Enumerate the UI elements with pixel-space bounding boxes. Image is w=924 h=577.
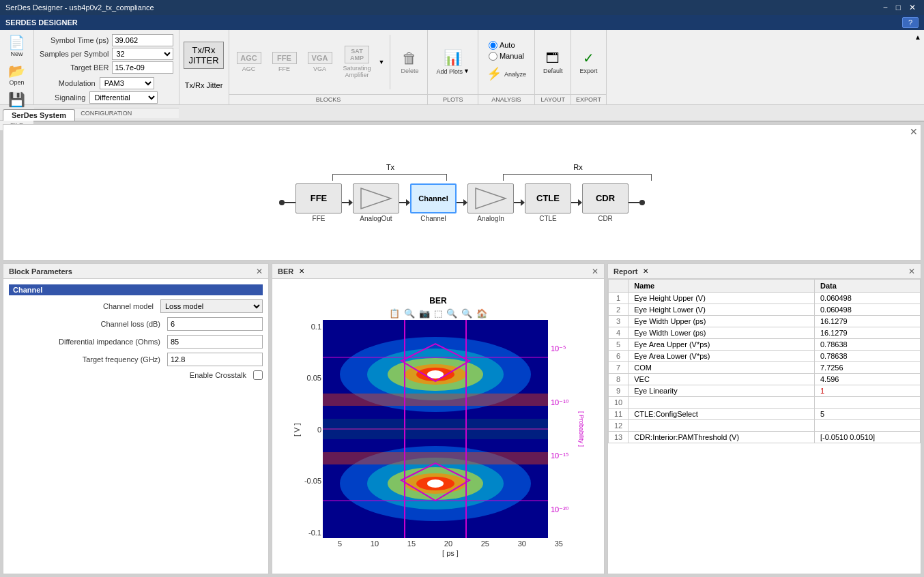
ffe-block-label: FFE bbox=[313, 215, 326, 222]
y-ticks: 0.1 0.05 0 -0.05 -0.1 bbox=[302, 320, 323, 539]
default-button[interactable]: 🗔 Default bbox=[539, 48, 567, 77]
table-row: 1Eye Height Upper (V)0.060498 bbox=[609, 293, 921, 304]
row-name: CDR:Interior:PAMThreshold (V) bbox=[629, 432, 815, 443]
samples-select[interactable]: 32 bbox=[112, 48, 173, 60]
minimize-button[interactable]: − bbox=[880, 3, 891, 12]
report-panel-close[interactable]: ✕ bbox=[908, 267, 915, 276]
maximize-button[interactable]: □ bbox=[893, 3, 904, 12]
target-ber-input[interactable] bbox=[112, 61, 173, 74]
arrow3 bbox=[457, 199, 467, 206]
analog-in-label: AnalogIn bbox=[477, 215, 504, 222]
block-params-close[interactable]: ✕ bbox=[256, 267, 263, 276]
signaling-select[interactable]: Differential bbox=[89, 91, 158, 104]
row-name bbox=[629, 420, 815, 432]
channel-loss-input[interactable] bbox=[167, 317, 263, 331]
config-grid: Symbol Time (ps) Samples per Symbol 32 T… bbox=[40, 34, 173, 74]
default-label: Default bbox=[543, 68, 563, 74]
export-section-label: EXPORT bbox=[571, 94, 605, 104]
row-data: 1 bbox=[814, 385, 920, 397]
close-button[interactable]: ✕ bbox=[906, 3, 919, 12]
rx-label: Rx bbox=[503, 163, 653, 171]
manual-radio[interactable] bbox=[489, 52, 497, 61]
x-axis-label: [ ps ] bbox=[442, 549, 459, 557]
row-number: 12 bbox=[609, 420, 629, 432]
symbol-time-input[interactable] bbox=[112, 34, 173, 46]
toolbar-collapse[interactable]: ▲ bbox=[912, 30, 924, 104]
row-data: [-0.0510 0.0510] bbox=[814, 432, 920, 443]
serdes-system-tab[interactable]: SerDes System bbox=[3, 109, 75, 121]
row-number: 4 bbox=[609, 327, 629, 339]
new-button[interactable]: 📄 New bbox=[4, 33, 29, 60]
modulation-select[interactable]: PAM3 bbox=[100, 77, 154, 89]
layout-section: 🗔 Default LAYOUT bbox=[535, 30, 572, 104]
channel-model-select[interactable]: Loss model bbox=[160, 299, 263, 313]
ber-copy-tool[interactable]: 📋 bbox=[389, 308, 400, 319]
ber-zoomout-tool[interactable]: 🔍 bbox=[461, 308, 472, 319]
svg-point-15 bbox=[427, 479, 444, 488]
analog-in-block[interactable] bbox=[467, 183, 514, 213]
row-data: 0.060498 bbox=[814, 304, 920, 316]
analog-out-block[interactable] bbox=[353, 183, 399, 213]
table-row: 3Eye Width Upper (ps)16.1279 bbox=[609, 316, 921, 327]
svg-marker-1 bbox=[476, 188, 506, 209]
channel-block[interactable]: Channel bbox=[410, 183, 457, 213]
ber-camera-tool[interactable]: 📷 bbox=[419, 308, 430, 319]
new-label: New bbox=[10, 50, 23, 57]
vga-block-button[interactable]: VGA VGA bbox=[304, 50, 336, 74]
export-icon: ✓ bbox=[583, 50, 594, 66]
table-row: 12 bbox=[609, 420, 921, 432]
row-name: Eye Width Lower (ps) bbox=[629, 327, 815, 339]
export-button[interactable]: ✓ Export bbox=[575, 47, 601, 77]
cdr-block-label: CDR bbox=[598, 215, 613, 222]
table-row: 13CDR:Interior:PAMThreshold (V)[-0.0510 … bbox=[609, 432, 921, 443]
config-content: Symbol Time (ps) Samples per Symbol 32 T… bbox=[34, 30, 179, 108]
agc-block-button[interactable]: AGC AGC bbox=[233, 50, 265, 74]
analyze-button[interactable]: ⚡ Analyze bbox=[482, 63, 530, 84]
report-close-tab[interactable]: ✕ bbox=[643, 267, 648, 275]
ber-panel-close[interactable]: ✕ bbox=[592, 267, 598, 276]
target-freq-label: Target frequency (GHz) bbox=[9, 355, 164, 364]
analyze-label: Analyze bbox=[504, 71, 526, 78]
auto-radio[interactable] bbox=[489, 41, 497, 50]
ber-panel: BER ✕ ✕ BER 📋 🔍 📷 ⬚ 🔍 🔍 🏠 bbox=[272, 263, 605, 574]
help-button[interactable]: ? bbox=[902, 17, 919, 28]
title-bar: SerDes Designer - usb4p0v2_tx_compliance… bbox=[0, 0, 924, 15]
delete-button[interactable]: 🗑 Delete bbox=[396, 46, 423, 78]
row-data: 7.7256 bbox=[814, 362, 920, 374]
add-plots-button[interactable]: 📊 Add Plots ▼ bbox=[432, 46, 473, 78]
row-data: 16.1279 bbox=[814, 327, 920, 339]
channel-model-row: Channel model Loss model bbox=[9, 299, 263, 313]
app-header: SERDES DESIGNER ? bbox=[0, 15, 924, 30]
table-row: 8VEC4.596 bbox=[609, 374, 921, 385]
row-number: 11 bbox=[609, 409, 629, 420]
target-freq-input[interactable] bbox=[167, 353, 263, 366]
ffe-block[interactable]: FFE bbox=[295, 183, 342, 213]
vga-icon: VGA bbox=[308, 52, 332, 64]
ctle-node: CTLE CTLE bbox=[525, 183, 571, 222]
diagram-close-button[interactable]: ✕ bbox=[910, 126, 918, 137]
ffe-block-button[interactable]: FFE FFE bbox=[269, 50, 300, 74]
ber-select-tool[interactable]: ⬚ bbox=[434, 308, 442, 319]
agc-icon: AGC bbox=[237, 52, 261, 64]
txrx-jitter-button[interactable]: Tx/RxJITTER bbox=[184, 35, 225, 76]
ber-close[interactable]: ✕ bbox=[299, 267, 304, 275]
divider bbox=[390, 35, 390, 89]
sat-amp-block-button[interactable]: SATAMP SaturatingAmplifier bbox=[340, 44, 375, 80]
open-button[interactable]: 📂 Open bbox=[4, 61, 29, 89]
analog-in-node: AnalogIn bbox=[467, 183, 514, 222]
analysis-section-label: ANALYSIS bbox=[478, 94, 534, 104]
analog-out-label: AnalogOut bbox=[360, 215, 392, 222]
ctle-block[interactable]: CTLE bbox=[525, 183, 571, 213]
block-row: FFE FFE AnalogOut bbox=[279, 183, 645, 222]
crosstalk-checkbox[interactable] bbox=[253, 370, 263, 380]
block-dropdown[interactable]: ▼ bbox=[379, 59, 385, 65]
row-number: 6 bbox=[609, 351, 629, 362]
bottom-panels: Block Parameters ✕ Channel Channel model… bbox=[3, 263, 921, 574]
ber-zoomin-tool[interactable]: 🔍 bbox=[446, 308, 457, 319]
row-data: 0.78638 bbox=[814, 339, 920, 351]
diff-impedance-input[interactable] bbox=[167, 335, 263, 349]
ber-zoom-tool[interactable]: 🔍 bbox=[404, 308, 415, 319]
ber-home-tool[interactable]: 🏠 bbox=[476, 308, 487, 319]
ber-header: BER ✕ ✕ bbox=[272, 264, 604, 279]
cdr-block[interactable]: CDR bbox=[582, 183, 629, 213]
